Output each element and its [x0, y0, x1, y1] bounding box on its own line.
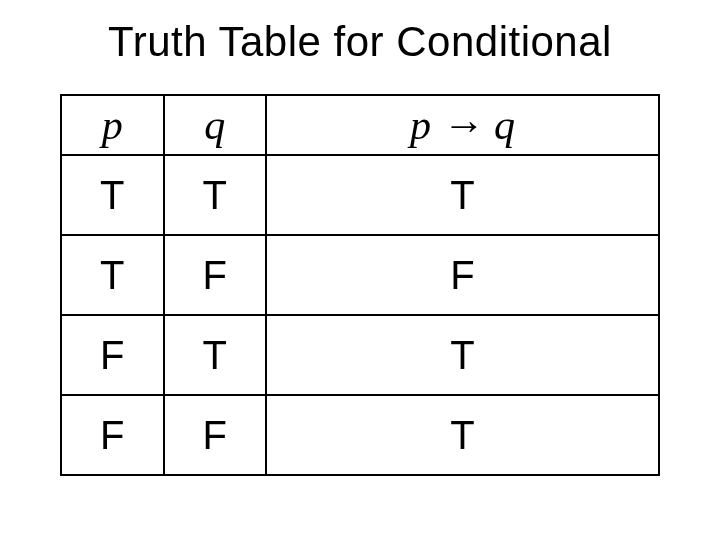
slide: Truth Table for Conditional p q p → q T …	[0, 0, 720, 540]
table-header-row: p q p → q	[61, 95, 659, 155]
cell-result: T	[266, 395, 659, 475]
cell-p: F	[61, 315, 164, 395]
table-row: T T T	[61, 155, 659, 235]
table-row: T F F	[61, 235, 659, 315]
cell-result: T	[266, 155, 659, 235]
column-header-q: q	[164, 95, 267, 155]
truth-table: p q p → q T T T T F F F T T F F	[60, 94, 660, 476]
table-row: F F T	[61, 395, 659, 475]
cell-p: T	[61, 155, 164, 235]
cell-p: T	[61, 235, 164, 315]
column-header-p-implies-q: p → q	[266, 95, 659, 155]
truth-table-container: p q p → q T T T T F F F T T F F	[60, 94, 660, 476]
column-header-p: p	[61, 95, 164, 155]
cell-result: F	[266, 235, 659, 315]
cell-result: T	[266, 315, 659, 395]
cell-q: T	[164, 315, 267, 395]
cell-q: F	[164, 395, 267, 475]
cell-q: F	[164, 235, 267, 315]
cell-p: F	[61, 395, 164, 475]
slide-title: Truth Table for Conditional	[0, 18, 720, 66]
cell-q: T	[164, 155, 267, 235]
table-row: F T T	[61, 315, 659, 395]
